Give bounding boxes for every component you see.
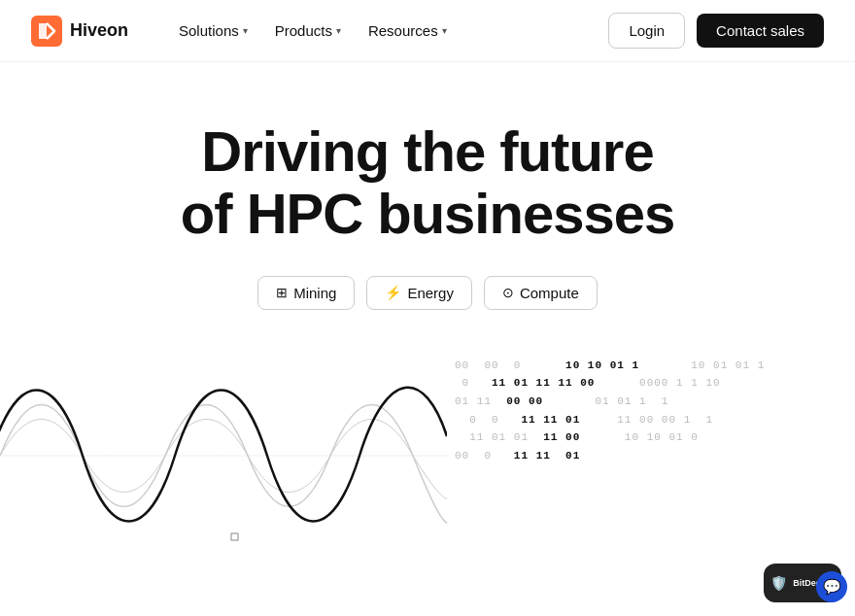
chevron-down-icon: ▾ (243, 25, 248, 36)
nav-links: Solutions ▾ Products ▾ Resources ▾ (167, 15, 608, 47)
binary-line: 00 00 0 10 10 01 1 10 01 01 1 (455, 357, 855, 375)
binary-line: 11 01 01 11 00 10 10 01 0 (455, 428, 855, 447)
navbar: Hiveon Solutions ▾ Products ▾ Resources … (0, 0, 855, 62)
energy-badge[interactable]: ⚡ Energy (366, 276, 472, 310)
binary-text-area: 00 00 0 10 10 01 1 10 01 01 1 0 11 01 11… (447, 349, 855, 563)
nav-actions: Login Contact sales (608, 13, 824, 49)
mining-icon: ⊞ (276, 285, 288, 300)
chat-icon: 💬 (823, 578, 841, 596)
hero-badges: ⊞ Mining ⚡ Energy ⊙ Compute (257, 276, 598, 310)
login-button[interactable]: Login (608, 13, 685, 49)
svg-rect-8 (231, 533, 238, 540)
energy-icon: ⚡ (385, 285, 401, 300)
hero-title: Driving the future of HPC businesses (181, 120, 674, 245)
hero-section: Driving the future of HPC businesses ⊞ M… (0, 62, 855, 310)
contact-sales-button[interactable]: Contact sales (697, 14, 824, 48)
logo-text: Hiveon (70, 20, 128, 41)
chevron-down-icon: ▾ (336, 25, 341, 36)
compute-icon: ⊙ (502, 285, 514, 300)
nav-resources[interactable]: Resources ▾ (357, 15, 459, 47)
binary-line: 0 11 01 11 11 00 0000 1 1 10 (455, 374, 855, 393)
binary-line: 01 11 00 00 01 01 1 1 (455, 393, 855, 411)
nav-products[interactable]: Products ▾ (263, 15, 353, 47)
visualization-area: 00 00 0 10 10 01 1 10 01 01 1 0 11 01 11… (0, 349, 855, 563)
chevron-down-icon: ▾ (442, 25, 447, 36)
binary-line: 00 0 11 11 01 (455, 447, 855, 465)
nav-solutions[interactable]: Solutions ▾ (167, 15, 259, 47)
wave-chart (0, 349, 447, 563)
compute-badge[interactable]: ⊙ Compute (484, 276, 598, 310)
logo[interactable]: Hiveon (31, 16, 128, 47)
chat-bubble[interactable]: 💬 (816, 571, 847, 602)
binary-line: 0 0 11 11 01 11 00 00 1 1 (455, 411, 855, 429)
mining-badge[interactable]: ⊞ Mining (257, 276, 355, 310)
